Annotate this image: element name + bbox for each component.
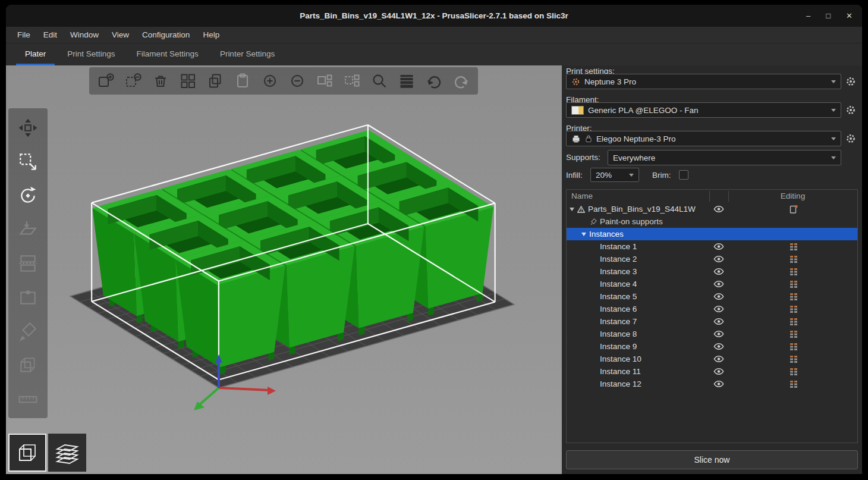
object-list-header: Name Editing [567, 190, 857, 203]
cut-tool-button[interactable] [8, 246, 48, 280]
instances-group-row[interactable]: Instances [567, 228, 857, 240]
supports-combo[interactable]: Everywhere [608, 150, 841, 165]
instance-eye-toggle[interactable] [709, 343, 728, 350]
instance-row-4[interactable]: Instance 4 [567, 278, 857, 290]
paste-button[interactable] [229, 69, 256, 93]
delete-all-button[interactable] [147, 69, 174, 93]
editor-view-button[interactable] [8, 434, 46, 472]
column-header-editing[interactable]: Editing [728, 190, 857, 203]
instance-eye-toggle[interactable] [709, 255, 728, 263]
print-settings-combo[interactable]: Neptune 3 Pro [566, 74, 841, 89]
instance-printable-icon[interactable] [728, 255, 858, 263]
measure-tool-button[interactable] [8, 382, 48, 416]
viewport-3d[interactable] [6, 65, 562, 474]
instance-row-3[interactable]: Instance 3 [567, 265, 857, 278]
split-to-parts-button[interactable] [338, 69, 366, 93]
undo-button[interactable] [420, 69, 448, 93]
instance-eye-toggle[interactable] [709, 318, 728, 325]
arrange-button[interactable] [174, 69, 202, 93]
instance-row-5[interactable]: Instance 5 [567, 290, 857, 303]
search-button[interactable] [366, 69, 393, 93]
instance-eye-toggle[interactable] [709, 380, 728, 388]
variable-layer-height-button[interactable] [393, 69, 420, 93]
instance-row-7[interactable]: Instance 7 [567, 315, 857, 328]
instance-printable-icon[interactable] [728, 305, 858, 313]
instance-printable-icon[interactable] [728, 368, 858, 376]
collapse-icon[interactable] [570, 208, 574, 211]
paint-on-supports-row[interactable]: Paint-on supports [567, 215, 857, 228]
maximize-button[interactable]: □ [826, 11, 831, 20]
column-header-name[interactable]: Name [571, 190, 593, 203]
slice-now-button[interactable]: Slice now [566, 450, 858, 469]
print-settings-value: Neptune 3 Pro [584, 77, 827, 86]
menu-view[interactable]: View [105, 27, 136, 43]
close-button[interactable]: ✕ [846, 11, 853, 20]
cube-icon [17, 354, 39, 376]
instance-eye-toggle[interactable] [709, 280, 728, 288]
instance-eye-toggle[interactable] [709, 268, 728, 275]
menu-window[interactable]: Window [64, 27, 105, 43]
rotate-tool-button[interactable] [8, 178, 48, 212]
object-eye-toggle[interactable] [709, 205, 728, 213]
copy-button[interactable] [202, 69, 229, 93]
instance-eye-toggle[interactable] [709, 293, 728, 300]
printer-combo[interactable]: Elegoo Neptune-3 Pro [566, 131, 841, 146]
menu-edit[interactable]: Edit [37, 27, 64, 43]
split-to-objects-button[interactable] [311, 69, 338, 93]
instance-printable-icon[interactable] [728, 330, 858, 338]
print-settings-gear-button[interactable] [845, 76, 857, 87]
printer-gear-button[interactable] [845, 133, 857, 145]
collapse-icon[interactable] [581, 233, 586, 236]
menu-file[interactable]: File [11, 27, 37, 43]
paint-supports-tool-button[interactable] [8, 314, 48, 348]
print-bed-scene[interactable] [6, 65, 562, 474]
tab-print-settings[interactable]: Print Settings [56, 43, 125, 65]
instance-row-2[interactable]: Instance 2 [567, 253, 857, 265]
menu-bar: File Edit Window View Configuration Help [6, 27, 862, 43]
filament-combo[interactable]: Generic PLA @ELEGOO - Fan [566, 102, 841, 118]
instance-row-12[interactable]: Instance 12 [567, 378, 857, 390]
add-object-button[interactable] [92, 69, 119, 93]
instance-printable-icon[interactable] [728, 293, 858, 301]
object-row[interactable]: Parts_Bin_Bins_v19_S44L1W [567, 203, 857, 215]
instance-eye-toggle[interactable] [709, 305, 728, 313]
instance-row-11[interactable]: Instance 11 [567, 365, 857, 378]
3d-cube-icon [14, 440, 40, 466]
instance-row-6[interactable]: Instance 6 [567, 303, 857, 315]
filament-gear-button[interactable] [845, 104, 857, 116]
seam-tool-button[interactable] [8, 280, 48, 314]
hollow-tool-button[interactable] [8, 348, 48, 382]
instance-eye-toggle[interactable] [709, 243, 728, 250]
remove-instance-button[interactable] [284, 69, 311, 93]
instance-printable-icon[interactable] [728, 243, 858, 251]
infill-combo[interactable]: 20% [590, 168, 639, 182]
instance-printable-icon[interactable] [728, 318, 858, 326]
tab-filament-settings[interactable]: Filament Settings [126, 43, 209, 65]
move-tool-button[interactable] [8, 111, 48, 145]
instance-eye-toggle[interactable] [709, 368, 728, 375]
instance-printable-icon[interactable] [728, 355, 858, 363]
instance-row-10[interactable]: Instance 10 [567, 353, 857, 365]
instance-eye-toggle[interactable] [709, 355, 728, 363]
instance-printable-icon[interactable] [728, 268, 858, 276]
tab-plater[interactable]: Plater [14, 43, 56, 65]
instance-row-9[interactable]: Instance 9 [567, 340, 857, 353]
instance-printable-icon[interactable] [728, 280, 858, 288]
menu-help[interactable]: Help [196, 27, 226, 43]
add-instance-button[interactable] [256, 69, 284, 93]
instance-row-1[interactable]: Instance 1 [567, 240, 857, 253]
instance-eye-toggle[interactable] [709, 330, 728, 338]
tab-printer-settings[interactable]: Printer Settings [209, 43, 285, 65]
brim-checkbox[interactable] [679, 170, 688, 180]
instance-printable-icon[interactable] [728, 380, 858, 388]
menu-configuration[interactable]: Configuration [136, 27, 196, 43]
instance-row-8[interactable]: Instance 8 [567, 328, 857, 340]
object-editing-icon[interactable] [728, 205, 858, 214]
preview-view-button[interactable] [48, 434, 86, 472]
minimize-button[interactable]: – [806, 11, 810, 20]
scale-tool-button[interactable] [8, 145, 48, 178]
remove-object-button[interactable] [119, 69, 147, 93]
place-on-face-tool-button[interactable] [8, 212, 48, 246]
instance-printable-icon[interactable] [728, 343, 858, 351]
redo-button[interactable] [448, 69, 475, 93]
